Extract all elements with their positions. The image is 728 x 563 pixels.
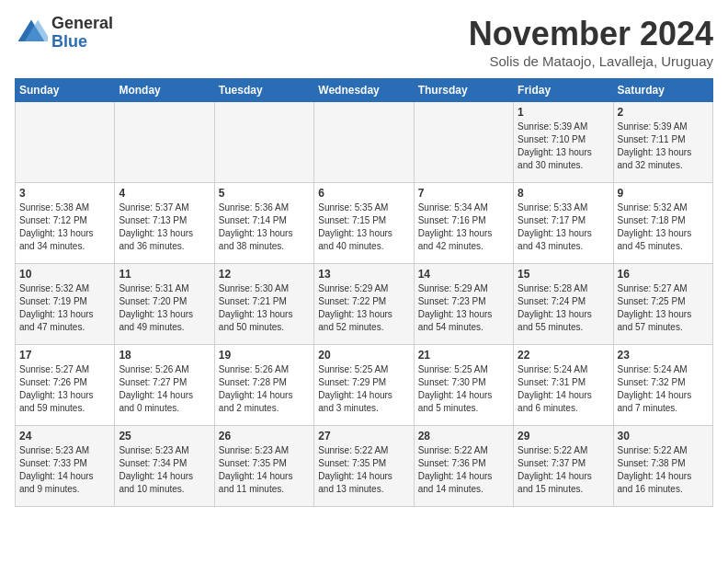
calendar-table: SundayMondayTuesdayWednesdayThursdayFrid… [15,78,713,507]
day-number: 20 [318,349,409,362]
calendar-cell: 15Sunrise: 5:28 AM Sunset: 7:24 PM Dayli… [514,264,613,345]
calendar-cell: 3Sunrise: 5:38 AM Sunset: 7:12 PM Daylig… [16,183,115,264]
day-info: Sunrise: 5:38 AM Sunset: 7:12 PM Dayligh… [19,201,110,253]
logo-general: General [51,14,113,32]
day-info: Sunrise: 5:24 AM Sunset: 7:32 PM Dayligh… [618,363,709,415]
day-number: 18 [119,349,210,362]
day-info: Sunrise: 5:26 AM Sunset: 7:28 PM Dayligh… [219,363,310,415]
logo-icon [15,17,48,50]
day-info: Sunrise: 5:22 AM Sunset: 7:36 PM Dayligh… [418,444,509,496]
day-info: Sunrise: 5:22 AM Sunset: 7:38 PM Dayligh… [618,444,709,496]
logo: General Blue [15,15,113,52]
day-info: Sunrise: 5:32 AM Sunset: 7:19 PM Dayligh… [19,282,110,334]
day-number: 25 [119,430,210,442]
day-info: Sunrise: 5:39 AM Sunset: 7:10 PM Dayligh… [518,121,609,172]
day-number: 1 [518,106,609,119]
day-number: 3 [19,187,110,200]
day-info: Sunrise: 5:28 AM Sunset: 7:24 PM Dayligh… [518,282,609,334]
day-number: 11 [119,268,210,281]
day-info: Sunrise: 5:26 AM Sunset: 7:27 PM Dayligh… [119,363,210,415]
day-number: 14 [418,268,509,281]
day-number: 29 [518,430,609,442]
day-number: 24 [19,430,110,442]
calendar-cell [115,102,214,183]
day-info: Sunrise: 5:34 AM Sunset: 7:16 PM Dayligh… [418,201,509,253]
calendar-cell: 23Sunrise: 5:24 AM Sunset: 7:32 PM Dayli… [613,345,712,426]
day-number: 28 [418,430,509,442]
day-info: Sunrise: 5:30 AM Sunset: 7:21 PM Dayligh… [219,282,310,334]
day-number: 8 [518,187,609,200]
day-number: 27 [318,430,409,442]
calendar-cell: 27Sunrise: 5:22 AM Sunset: 7:35 PM Dayli… [314,426,414,507]
day-info: Sunrise: 5:25 AM Sunset: 7:30 PM Dayligh… [418,363,509,415]
day-number: 4 [119,187,210,200]
day-info: Sunrise: 5:27 AM Sunset: 7:26 PM Dayligh… [19,363,110,415]
calendar-cell: 8Sunrise: 5:33 AM Sunset: 7:17 PM Daylig… [514,183,613,264]
day-info: Sunrise: 5:22 AM Sunset: 7:37 PM Dayligh… [518,444,609,496]
day-number: 30 [618,430,709,442]
day-number: 19 [219,349,310,362]
day-info: Sunrise: 5:31 AM Sunset: 7:20 PM Dayligh… [119,282,210,334]
calendar-cell: 18Sunrise: 5:26 AM Sunset: 7:27 PM Dayli… [115,345,214,426]
calendar-cell: 24Sunrise: 5:23 AM Sunset: 7:33 PM Dayli… [16,426,115,507]
calendar-cell [214,102,313,183]
day-number: 16 [618,268,709,281]
day-number: 2 [618,106,709,119]
weekday-header-saturday: Saturday [613,79,712,102]
day-number: 10 [19,268,110,281]
calendar-cell: 13Sunrise: 5:29 AM Sunset: 7:22 PM Dayli… [314,264,414,345]
calendar-week-1: 1Sunrise: 5:39 AM Sunset: 7:10 PM Daylig… [16,102,713,183]
day-info: Sunrise: 5:36 AM Sunset: 7:14 PM Dayligh… [219,201,310,253]
calendar-cell: 16Sunrise: 5:27 AM Sunset: 7:25 PM Dayli… [613,264,712,345]
day-info: Sunrise: 5:25 AM Sunset: 7:29 PM Dayligh… [318,363,409,415]
calendar-cell: 12Sunrise: 5:30 AM Sunset: 7:21 PM Dayli… [214,264,313,345]
calendar-cell: 17Sunrise: 5:27 AM Sunset: 7:26 PM Dayli… [16,345,115,426]
day-number: 21 [418,349,509,362]
day-number: 7 [418,187,509,200]
weekday-header-monday: Monday [115,79,214,102]
calendar-week-2: 3Sunrise: 5:38 AM Sunset: 7:12 PM Daylig… [16,183,713,264]
calendar-cell: 4Sunrise: 5:37 AM Sunset: 7:13 PM Daylig… [115,183,214,264]
day-info: Sunrise: 5:33 AM Sunset: 7:17 PM Dayligh… [518,201,609,253]
day-number: 6 [318,187,409,200]
calendar-cell: 7Sunrise: 5:34 AM Sunset: 7:16 PM Daylig… [414,183,513,264]
calendar-cell: 26Sunrise: 5:23 AM Sunset: 7:35 PM Dayli… [214,426,313,507]
calendar-cell [314,102,414,183]
day-info: Sunrise: 5:23 AM Sunset: 7:34 PM Dayligh… [119,444,210,496]
calendar-cell: 14Sunrise: 5:29 AM Sunset: 7:23 PM Dayli… [414,264,513,345]
day-number: 15 [518,268,609,281]
title-area: November 2024 Solis de Mataojo, Lavallej… [469,15,713,69]
day-info: Sunrise: 5:23 AM Sunset: 7:35 PM Dayligh… [219,444,310,496]
day-number: 9 [618,187,709,200]
calendar-cell: 25Sunrise: 5:23 AM Sunset: 7:34 PM Dayli… [115,426,214,507]
day-info: Sunrise: 5:32 AM Sunset: 7:18 PM Dayligh… [618,201,709,253]
day-info: Sunrise: 5:22 AM Sunset: 7:35 PM Dayligh… [318,444,409,496]
calendar-cell: 11Sunrise: 5:31 AM Sunset: 7:20 PM Dayli… [115,264,214,345]
calendar-cell: 5Sunrise: 5:36 AM Sunset: 7:14 PM Daylig… [214,183,313,264]
calendar-body: 1Sunrise: 5:39 AM Sunset: 7:10 PM Daylig… [16,102,713,507]
day-number: 23 [618,349,709,362]
calendar-week-3: 10Sunrise: 5:32 AM Sunset: 7:19 PM Dayli… [16,264,713,345]
day-number: 5 [219,187,310,200]
weekday-header-row: SundayMondayTuesdayWednesdayThursdayFrid… [16,79,713,102]
day-number: 22 [518,349,609,362]
weekday-header-sunday: Sunday [16,79,115,102]
day-info: Sunrise: 5:29 AM Sunset: 7:22 PM Dayligh… [318,282,409,334]
calendar-cell: 22Sunrise: 5:24 AM Sunset: 7:31 PM Dayli… [514,345,613,426]
day-number: 13 [318,268,409,281]
weekday-header-friday: Friday [514,79,613,102]
day-info: Sunrise: 5:29 AM Sunset: 7:23 PM Dayligh… [418,282,509,334]
calendar-cell: 2Sunrise: 5:39 AM Sunset: 7:11 PM Daylig… [613,102,712,183]
calendar-cell: 10Sunrise: 5:32 AM Sunset: 7:19 PM Dayli… [16,264,115,345]
calendar-cell: 9Sunrise: 5:32 AM Sunset: 7:18 PM Daylig… [613,183,712,264]
calendar-week-5: 24Sunrise: 5:23 AM Sunset: 7:33 PM Dayli… [16,426,713,507]
weekday-header-wednesday: Wednesday [314,79,414,102]
weekday-header-thursday: Thursday [414,79,513,102]
month-title: November 2024 [469,15,713,53]
day-number: 12 [219,268,310,281]
calendar-week-4: 17Sunrise: 5:27 AM Sunset: 7:26 PM Dayli… [16,345,713,426]
calendar-cell: 19Sunrise: 5:26 AM Sunset: 7:28 PM Dayli… [214,345,313,426]
weekday-header-tuesday: Tuesday [214,79,313,102]
calendar-cell: 28Sunrise: 5:22 AM Sunset: 7:36 PM Dayli… [414,426,513,507]
calendar-cell [414,102,513,183]
